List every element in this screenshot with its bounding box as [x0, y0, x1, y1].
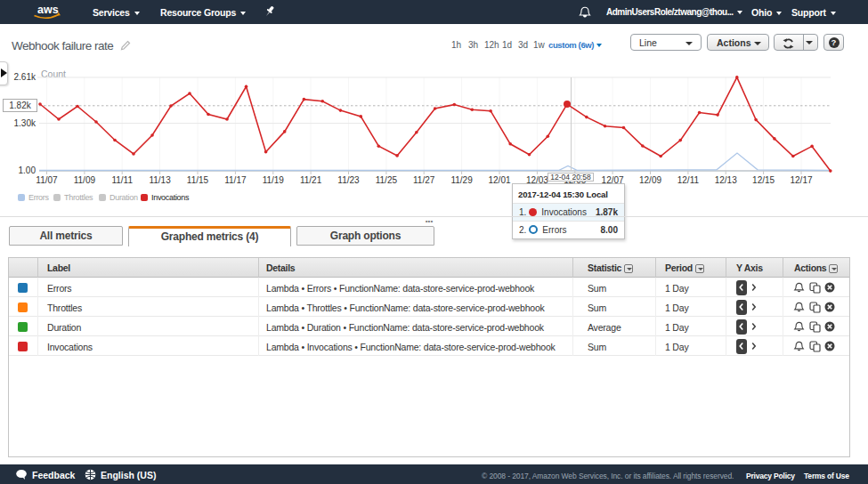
svg-text:aws: aws: [37, 4, 59, 16]
